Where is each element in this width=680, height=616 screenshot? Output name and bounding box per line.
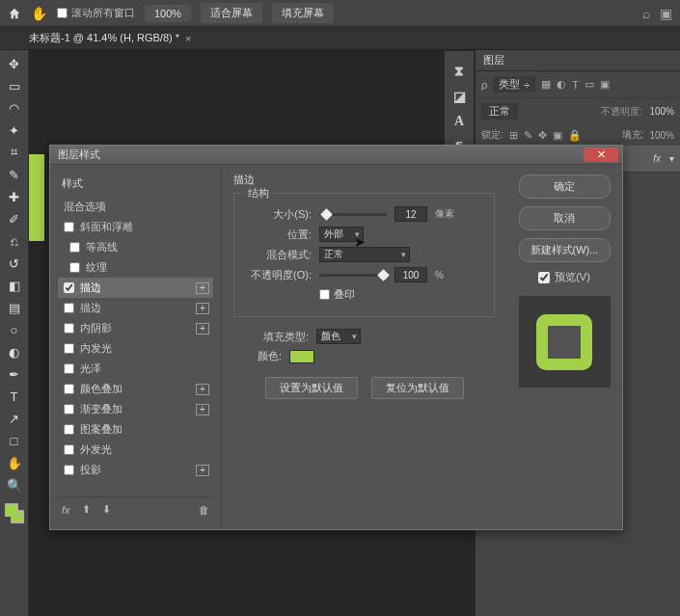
hand-tool-icon-2[interactable]: ✋ [7, 455, 22, 470]
size-input[interactable] [394, 206, 427, 222]
filter-adjust-icon[interactable]: ◐ [557, 78, 566, 91]
crop-tool-icon[interactable]: ⌗ [7, 145, 22, 160]
stroke-item-2[interactable]: 描边 + [58, 298, 213, 318]
satin-item[interactable]: 光泽 [58, 359, 213, 379]
preview-checkbox[interactable]: 预览(V) [538, 270, 590, 284]
text-tool-icon[interactable]: T [7, 388, 22, 404]
overprint-checkbox[interactable]: 叠印 [319, 287, 355, 302]
texture-item[interactable]: 纹理 [58, 257, 213, 278]
close-tab-icon[interactable]: × [185, 33, 191, 44]
filter-icon[interactable]: ρ [481, 79, 487, 91]
move-down-icon[interactable]: ⬇ [102, 503, 111, 516]
color-swatches[interactable] [5, 503, 24, 523]
move-tool-icon[interactable]: ✥ [7, 56, 22, 71]
gradient-overlay-item[interactable]: 渐变叠加 + [58, 399, 213, 419]
opacity-label: 不透明度: [601, 105, 642, 119]
lock-all-icon[interactable]: 🔒 [568, 129, 582, 142]
color-overlay-label: 颜色叠加 [80, 382, 122, 396]
color-overlay-item[interactable]: 颜色叠加 + [58, 379, 213, 399]
lock-trans-icon[interactable]: ⊞ [509, 129, 518, 142]
blend-mode-select[interactable]: 正常 [319, 247, 410, 262]
lock-pixels-icon[interactable]: ✎ [524, 129, 532, 142]
zoom-tool-icon[interactable]: 🔍 [7, 477, 22, 493]
stamp-tool-icon[interactable]: ⎌ [7, 233, 22, 249]
history-brush-tool-icon[interactable]: ↺ [7, 255, 22, 271]
size-slider[interactable] [319, 213, 387, 216]
filter-smart-icon[interactable]: ▣ [600, 78, 610, 91]
drop-shadow-item[interactable]: 投影 + [58, 460, 213, 480]
inner-shadow-item[interactable]: 内阴影 + [58, 318, 213, 338]
hand-tool-icon[interactable]: ✋ [31, 6, 47, 21]
filter-shape-icon[interactable]: ▭ [585, 78, 594, 91]
fill-type-select[interactable]: 颜色 [316, 329, 361, 344]
search-icon[interactable]: ⌕ [642, 6, 650, 21]
position-select[interactable]: 外部 [319, 227, 364, 242]
eyedropper-tool-icon[interactable]: ✎ [7, 167, 22, 182]
fill-value[interactable]: 100% [649, 130, 674, 141]
marquee-tool-icon[interactable]: ▭ [7, 78, 22, 94]
add-color-overlay-icon[interactable]: + [196, 384, 209, 395]
filter-text-icon[interactable]: T [572, 79, 579, 91]
document-tab[interactable]: 未标题-1 @ 41.4% (H, RGB/8) * × [29, 31, 191, 45]
fill-screen-button[interactable]: 填充屏幕 [272, 3, 334, 23]
outer-glow-item[interactable]: 外发光 [58, 440, 213, 460]
pattern-overlay-item[interactable]: 图案叠加 [58, 419, 213, 440]
dodge-tool-icon[interactable]: ◐ [7, 344, 22, 360]
move-up-icon[interactable]: ⬆ [82, 503, 91, 516]
contour-item[interactable]: 等高线 [58, 237, 213, 257]
foreground-color-swatch[interactable] [5, 503, 18, 517]
blend-mode-select[interactable]: 正常 [481, 103, 518, 120]
fx-chevron-icon[interactable]: ▾ [669, 153, 674, 164]
add-stroke-icon-2[interactable]: + [196, 303, 209, 314]
cancel-button[interactable]: 取消 [519, 206, 611, 230]
filter-image-icon[interactable]: ▦ [541, 78, 551, 91]
path-tool-icon[interactable]: ↗ [7, 411, 22, 426]
workspace-icon[interactable]: ▣ [660, 6, 672, 21]
style-settings-column: 描边 结构 大小(S): 像素 位置: 外部 混合模式: 正常 [222, 165, 506, 529]
fit-screen-button[interactable]: 适合屏幕 [201, 3, 262, 23]
eraser-tool-icon[interactable]: ◧ [7, 278, 22, 293]
blur-tool-icon[interactable]: ○ [7, 322, 22, 337]
lasso-tool-icon[interactable]: ◠ [7, 100, 22, 116]
zoom-level-button[interactable]: 100% [145, 5, 191, 22]
lock-artboard-icon[interactable]: ▣ [553, 129, 562, 142]
history-panel-icon[interactable]: ⧗ [454, 63, 464, 79]
gradient-tool-icon[interactable]: ▤ [7, 300, 22, 315]
styles-list-column: 样式 混合选项 斜面和浮雕 等高线 纹理 描边 + [50, 165, 222, 529]
shape-tool-icon[interactable]: □ [7, 433, 22, 448]
add-gradient-overlay-icon[interactable]: + [196, 404, 209, 415]
make-default-button[interactable]: 设置为默认值 [265, 377, 358, 399]
opacity-value[interactable]: 100% [649, 106, 674, 117]
delete-style-icon[interactable]: 🗑 [199, 504, 209, 516]
blend-options-item[interactable]: 混合选项 [58, 197, 213, 217]
stroke-color-swatch[interactable] [289, 350, 314, 363]
add-inner-shadow-icon[interactable]: + [196, 323, 209, 335]
filter-kind-select[interactable]: 类型÷ [493, 76, 535, 93]
reset-default-button[interactable]: 复位为默认值 [371, 377, 464, 399]
inner-glow-item[interactable]: 内发光 [58, 338, 213, 359]
dialog-titlebar[interactable]: 图层样式 [50, 146, 622, 165]
opacity-input[interactable] [394, 267, 427, 282]
add-drop-shadow-icon[interactable]: + [196, 465, 209, 476]
scroll-all-windows-checkbox[interactable]: 滚动所有窗口 [57, 6, 135, 20]
bevel-item[interactable]: 斜面和浮雕 [58, 217, 213, 237]
color-panel-icon[interactable]: ◪ [453, 89, 466, 104]
pen-tool-icon[interactable]: ✒ [7, 366, 22, 382]
dialog-close-button[interactable]: ✕ [584, 147, 618, 162]
fx-menu-icon[interactable]: fx [62, 504, 70, 516]
char-panel-icon[interactable]: A [454, 114, 464, 129]
brush-tool-icon[interactable]: ✐ [7, 211, 22, 227]
ok-button[interactable]: 确定 [519, 174, 611, 199]
layers-panel-tab[interactable]: 图层 [476, 50, 680, 71]
opacity-slider[interactable] [319, 274, 387, 277]
add-stroke-icon[interactable]: + [196, 282, 209, 294]
lock-position-icon[interactable]: ✥ [538, 129, 547, 142]
document-tab-row: 未标题-1 @ 41.4% (H, RGB/8) * × [0, 27, 680, 50]
layers-blend-row: 正常 不透明度: 100% [476, 98, 680, 124]
heal-tool-icon[interactable]: ✚ [7, 189, 22, 204]
stroke-item-1[interactable]: 描边 + [58, 278, 213, 298]
fx-indicator[interactable]: fx [653, 153, 661, 164]
new-style-button[interactable]: 新建样式(W)... [519, 238, 611, 262]
wand-tool-icon[interactable]: ✦ [7, 122, 22, 138]
home-icon[interactable] [8, 7, 21, 20]
